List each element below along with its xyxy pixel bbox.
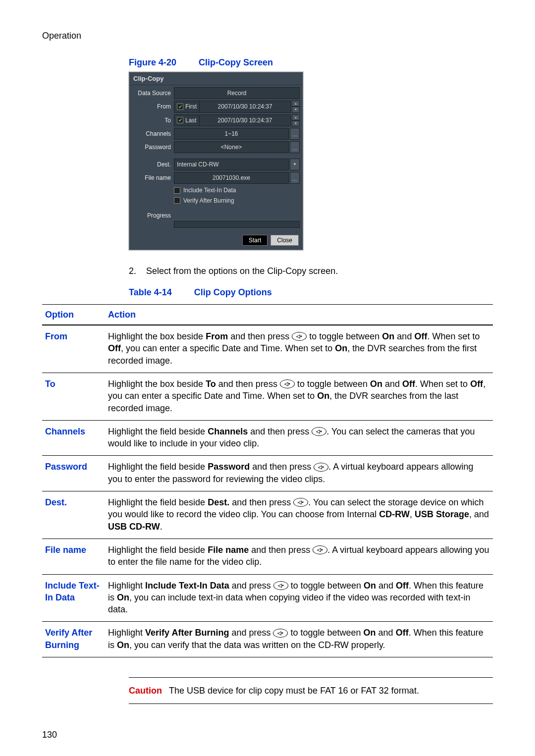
enter-icon: ◁⦁ xyxy=(312,427,326,436)
opt-from: From xyxy=(42,325,105,373)
table-row: Include Text-In Data Highlight Include T… xyxy=(42,574,493,622)
action-to: Highlight the box beside To and then pre… xyxy=(105,373,493,420)
action-password: Highlight the field beside Password and … xyxy=(105,456,493,491)
verify-after-row[interactable]: ✔ Verify After Burning xyxy=(174,196,300,206)
table-label: Table 4-14 xyxy=(129,287,172,297)
action-channels: Highlight the field beside Channels and … xyxy=(105,420,493,456)
table-row: Verify After Burning Highlight Verify Af… xyxy=(42,622,493,657)
label-channels: Channels xyxy=(132,128,174,140)
th-action: Action xyxy=(105,304,493,325)
label-from: From xyxy=(132,101,174,112)
enter-icon: ◁⦁ xyxy=(273,629,288,638)
filename-more-button[interactable]: … xyxy=(290,172,300,184)
enter-icon: ◁⦁ xyxy=(273,581,288,590)
field-dest[interactable]: Internal CD-RW xyxy=(174,159,289,170)
from-first-checkbox[interactable]: ✔ First xyxy=(174,101,199,112)
enter-icon: ◁⦁ xyxy=(292,332,307,341)
spin-up-icon[interactable]: ▲ xyxy=(292,114,300,120)
table-caption: Table 4-14 Clip Copy Options xyxy=(129,286,493,298)
from-datetime[interactable]: 2007/10/30 10:24:37 xyxy=(199,101,291,112)
enter-icon: ◁⦁ xyxy=(280,379,295,388)
from-spinner[interactable]: ▲ ▼ xyxy=(292,101,300,112)
table-row: Password Highlight the field beside Pass… xyxy=(42,456,493,491)
step-number: 2. xyxy=(129,265,136,277)
enter-icon: ◁⦁ xyxy=(314,463,328,472)
caution-label: Caution xyxy=(129,685,162,697)
caution-text: The USB device for clip copy must be FAT… xyxy=(169,685,419,697)
enter-icon: ◁⦁ xyxy=(293,498,308,507)
include-textin-label: Include Text-In Data xyxy=(183,186,236,194)
label-password: Password xyxy=(132,141,174,153)
figure-label: Figure 4-20 xyxy=(129,57,176,67)
table-row: From Highlight the box beside From and t… xyxy=(42,325,493,373)
figure-title: Clip-Copy Screen xyxy=(199,57,273,67)
from-cb-label: First xyxy=(185,103,197,110)
opt-filename: File name xyxy=(42,539,105,574)
field-channels[interactable]: 1~16 xyxy=(174,128,289,140)
include-textin-row[interactable]: ✔ Include Text-In Data xyxy=(174,185,300,195)
spin-down-icon[interactable]: ▼ xyxy=(292,120,300,126)
field-filename[interactable]: 20071030.exe xyxy=(174,172,289,184)
label-filename: File name xyxy=(132,172,174,184)
spin-down-icon[interactable]: ▼ xyxy=(292,107,300,112)
opt-dest: Dest. xyxy=(42,491,105,539)
checkbox-empty-icon[interactable]: ✔ xyxy=(174,187,180,194)
action-filename: Highlight the field beside File name and… xyxy=(105,539,493,574)
table-row: Channels Highlight the field beside Chan… xyxy=(42,420,493,456)
field-data-source[interactable]: Record xyxy=(174,87,300,99)
label-to: To xyxy=(132,114,174,126)
checkbox-empty-icon[interactable]: ✔ xyxy=(174,197,180,204)
to-last-checkbox[interactable]: ✔ Last xyxy=(174,114,199,126)
action-verify: Highlight Verify After Burning and press… xyxy=(105,622,493,657)
opt-verify: Verify After Burning xyxy=(42,622,105,657)
dialog-title: Clip-Copy xyxy=(129,72,303,86)
step-text: Select from the options on the Clip-Copy… xyxy=(146,265,338,277)
check-icon: ✔ xyxy=(177,117,183,123)
close-button[interactable]: Close xyxy=(270,235,299,246)
action-from: Highlight the box beside From and then p… xyxy=(105,325,493,373)
spin-up-icon[interactable]: ▲ xyxy=(292,101,300,107)
password-more-button[interactable]: … xyxy=(290,141,300,153)
start-button[interactable]: Start xyxy=(242,235,268,246)
enter-icon: ◁⦁ xyxy=(313,545,327,554)
progress-bar xyxy=(174,221,300,228)
table-title: Clip Copy Options xyxy=(194,287,272,297)
th-option: Option xyxy=(42,304,105,325)
opt-channels: Channels xyxy=(42,420,105,456)
label-progress: Progress xyxy=(132,210,174,219)
header-crumb: Operation xyxy=(42,30,493,42)
opt-to: To xyxy=(42,373,105,420)
table-row: To Highlight the box beside To and then … xyxy=(42,373,493,420)
page-number: 130 xyxy=(42,729,493,741)
clip-copy-options-table: Option Action From Highlight the box bes… xyxy=(42,304,493,657)
step-2: 2. Select from the options on the Clip-C… xyxy=(129,265,493,277)
table-row: File name Highlight the field beside Fil… xyxy=(42,539,493,574)
label-dest: Dest. xyxy=(132,159,174,170)
figure-caption: Figure 4-20 Clip-Copy Screen xyxy=(129,56,493,68)
to-spinner[interactable]: ▲ ▼ xyxy=(292,114,300,126)
opt-include: Include Text-In Data xyxy=(42,574,105,622)
to-cb-label: Last xyxy=(185,116,197,124)
to-datetime[interactable]: 2007/10/30 10:24:37 xyxy=(199,114,291,126)
dest-dropdown-button[interactable]: ▼ xyxy=(290,159,300,170)
channels-more-button[interactable]: … xyxy=(290,128,300,140)
verify-after-label: Verify After Burning xyxy=(183,197,234,205)
action-dest: Highlight the field beside Dest. and the… xyxy=(105,491,493,539)
clip-copy-dialog: Clip-Copy Data Source Record From ✔ Firs… xyxy=(129,72,303,251)
action-include: Highlight Include Text-In Data and press… xyxy=(105,574,493,622)
label-data-source: Data Source xyxy=(132,87,174,99)
field-password[interactable]: <None> xyxy=(174,141,289,153)
caution-block: Caution The USB device for clip copy mus… xyxy=(129,677,493,704)
opt-password: Password xyxy=(42,456,105,491)
check-icon: ✔ xyxy=(177,104,183,110)
table-row: Dest. Highlight the field beside Dest. a… xyxy=(42,491,493,539)
